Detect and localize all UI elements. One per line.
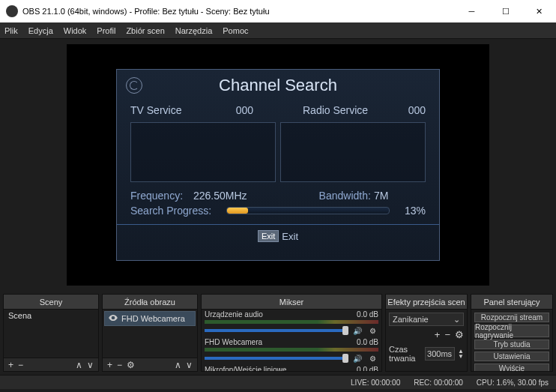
controls-header: Panel sterujący (471, 295, 552, 310)
status-live: LIVE: 00:00:00 (351, 379, 400, 387)
exit-text: Exit (282, 231, 298, 242)
menu-edycja[interactable]: Edycja (28, 26, 53, 35)
transitions-dock: Efekty przejścia scen Zanikanie ⌄ + − ⚙ … (385, 294, 468, 372)
add-transition-button[interactable]: + (435, 329, 441, 340)
studio-mode-button[interactable]: Tryb studia (474, 340, 549, 349)
mixer-channel: FHD Webcamera0.0 dB🔊⚙ (202, 337, 381, 365)
mixer-channel: Urządzenie audio0.0 dB🔊⚙ (202, 310, 381, 337)
menu-pomoc[interactable]: Pomoc (223, 26, 248, 35)
menu-zbior-scen[interactable]: Zbiór scen (126, 26, 164, 35)
volume-slider[interactable] (205, 357, 348, 360)
frequency-value: 226.50MHz (193, 190, 247, 202)
mixer-dock: Mikser Urządzenie audio0.0 dB🔊⚙FHD Webca… (201, 294, 382, 372)
transition-selected: Zanikanie (393, 315, 429, 324)
transition-settings-button[interactable]: ⚙ (455, 329, 464, 340)
tv-service-value: 000 (216, 104, 253, 116)
chevron-down-icon: ⌄ (453, 315, 460, 325)
menubar: Plik Edycja Widok Profil Zbiór scen Narz… (0, 22, 556, 39)
exit-button[interactable]: Exit (258, 230, 279, 242)
gear-icon[interactable]: ⚙ (366, 325, 378, 337)
menu-plik[interactable]: Plik (4, 26, 18, 35)
settings-button[interactable]: Ustawienia (474, 352, 549, 361)
mixer-header: Mikser (202, 295, 381, 310)
radio-service-box (280, 122, 426, 182)
remove-source-button[interactable]: − (117, 360, 122, 370)
audio-meter (205, 320, 378, 324)
mixer-channel-db: 0.0 dB (357, 366, 378, 371)
duration-label: Czas trwania (389, 345, 422, 363)
start-stream-button[interactable]: Rozpocznij stream (474, 313, 549, 322)
visibility-icon[interactable] (108, 313, 118, 325)
mixer-channel-db: 0.0 dB (357, 310, 378, 319)
status-rec: REC: 00:00:00 (414, 379, 463, 387)
mixer-channel: Mikrofon/Wejście liniowe0.0 dB🔊⚙ (202, 365, 381, 371)
scenes-header: Sceny (4, 295, 98, 310)
app-icon (6, 5, 18, 17)
transition-select[interactable]: Zanikanie ⌄ (389, 313, 464, 326)
transitions-header: Efekty przejścia scen (386, 295, 467, 310)
source-down-button[interactable]: ∨ (186, 360, 193, 370)
window-title: OBS 21.1.0 (64bit, windows) - Profile: B… (22, 7, 270, 16)
sources-dock: Źródła obrazu FHD Webcamera + − ⚙ ∧ ∨ (102, 294, 198, 372)
preview-canvas[interactable]: Channel Search TV Service 000 Radio Serv… (67, 44, 489, 286)
speaker-icon[interactable]: 🔊 (351, 325, 363, 337)
start-record-button[interactable]: Rozpocznij nagrywanie (474, 325, 549, 337)
panel-title: Channel Search (219, 76, 337, 95)
source-item[interactable]: FHD Webcamera (104, 311, 196, 326)
panel-logo-icon (126, 77, 142, 94)
duration-stepper[interactable]: ▲▼ (458, 349, 464, 359)
radio-service-label: Radio Service (303, 104, 385, 116)
radio-service-value: 000 (388, 104, 426, 116)
mixer-channel-db: 0.0 dB (357, 338, 378, 347)
statusbar: LIVE: 00:00:00 REC: 00:00:00 CPU: 1.6%, … (0, 375, 556, 389)
tv-service-box (130, 122, 276, 182)
controls-dock: Panel sterujący Rozpocznij stream Rozpoc… (471, 294, 553, 372)
channel-search-panel: Channel Search TV Service 000 Radio Serv… (116, 69, 440, 261)
mixer-channel-name: Urządzenie audio (205, 310, 263, 319)
frequency-label: Frequency: (130, 190, 190, 202)
preview-area: Channel Search TV Service 000 Radio Serv… (0, 39, 556, 291)
source-up-button[interactable]: ∧ (175, 360, 181, 370)
progress-value: 13% (396, 205, 426, 217)
scene-down-button[interactable]: ∨ (87, 360, 94, 370)
duration-input[interactable] (425, 347, 455, 361)
volume-slider[interactable] (205, 329, 348, 332)
mixer-channel-name: Mikrofon/Wejście liniowe (205, 366, 286, 371)
bandwidth-value: 7M (374, 190, 388, 202)
titlebar: OBS 21.1.0 (64bit, windows) - Profile: B… (0, 0, 556, 22)
menu-narzedzia[interactable]: Narzędzia (175, 26, 213, 35)
scenes-dock: Sceny Scena + − ∧ ∨ (3, 294, 99, 372)
add-source-button[interactable]: + (107, 360, 112, 370)
remove-scene-button[interactable]: − (18, 360, 23, 370)
gear-icon[interactable]: ⚙ (366, 352, 378, 364)
speaker-icon[interactable]: 🔊 (351, 352, 363, 364)
audio-meter (205, 348, 378, 352)
menu-widok[interactable]: Widok (64, 26, 87, 35)
add-scene-button[interactable]: + (8, 360, 13, 370)
source-settings-button[interactable]: ⚙ (127, 360, 135, 370)
scene-up-button[interactable]: ∧ (76, 360, 82, 370)
menu-profil[interactable]: Profil (97, 26, 115, 35)
tv-service-label: TV Service (130, 104, 213, 116)
bandwidth-label: Bandwidth: (319, 190, 371, 202)
minimize-button[interactable]: ─ (455, 0, 489, 22)
status-cpu: CPU: 1.6%, 30.00 fps (477, 379, 549, 387)
source-label: FHD Webcamera (121, 314, 185, 323)
progress-label: Search Progress: (130, 205, 220, 217)
exit-app-button[interactable]: Wyjście (474, 364, 549, 371)
progress-bar (226, 207, 390, 214)
sources-header: Źródła obrazu (103, 295, 197, 310)
scene-item[interactable]: Scena (4, 310, 98, 323)
mixer-channel-name: FHD Webcamera (205, 338, 262, 347)
maximize-button[interactable]: ☐ (489, 0, 522, 22)
close-button[interactable]: ✕ (522, 0, 556, 22)
remove-transition-button[interactable]: − (444, 329, 450, 340)
